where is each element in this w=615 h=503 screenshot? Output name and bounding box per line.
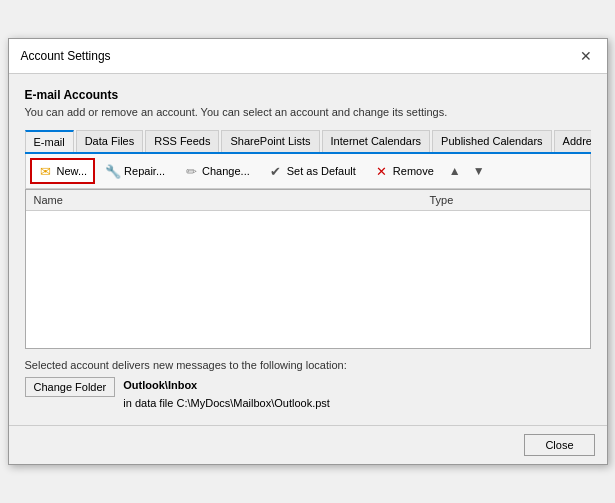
change-label: Change... [202, 165, 250, 177]
folder-name: Outlook\Inbox [123, 377, 330, 395]
remove-icon: ✕ [374, 163, 390, 179]
account-settings-dialog: Account Settings ✕ E-mail Accounts You c… [8, 38, 608, 464]
repair-icon: 🔧 [105, 163, 121, 179]
section-title: E-mail Accounts [25, 88, 591, 102]
tab-address-books[interactable]: Address Books [554, 130, 591, 152]
tab-email[interactable]: E-mail [25, 130, 74, 154]
folder-info: Outlook\Inbox in data file C:\MyDocs\Mai… [123, 377, 330, 412]
footer-row: Change Folder Outlook\Inbox in data file… [25, 377, 591, 412]
new-label: New... [57, 165, 88, 177]
tab-internet-calendars[interactable]: Internet Calendars [322, 130, 431, 152]
close-dialog-button[interactable]: Close [524, 434, 594, 456]
col-header-type: Type [426, 192, 586, 208]
title-bar: Account Settings ✕ [9, 39, 607, 74]
repair-label: Repair... [124, 165, 165, 177]
set-default-button[interactable]: ✔ Set as Default [260, 158, 364, 184]
change-icon: ✏ [183, 163, 199, 179]
section-desc: You can add or remove an account. You ca… [25, 106, 591, 118]
tab-published-calendars[interactable]: Published Calendars [432, 130, 552, 152]
col-header-name: Name [30, 192, 426, 208]
remove-label: Remove [393, 165, 434, 177]
dialog-footer: Close [9, 425, 607, 464]
change-button[interactable]: ✏ Change... [175, 158, 258, 184]
folder-path: in data file C:\MyDocs\Mailbox\Outlook.p… [123, 395, 330, 413]
list-header: Name Type [26, 190, 590, 211]
list-body[interactable] [26, 211, 590, 348]
repair-button[interactable]: 🔧 Repair... [97, 158, 173, 184]
account-toolbar: ✉ New... 🔧 Repair... ✏ Change... ✔ Set a… [25, 154, 591, 189]
move-up-button[interactable]: ▲ [444, 160, 466, 182]
tab-bar: E-mail Data Files RSS Feeds SharePoint L… [25, 130, 591, 154]
tab-rss-feeds[interactable]: RSS Feeds [145, 130, 219, 152]
change-folder-button[interactable]: Change Folder [25, 377, 116, 397]
footer-section: Selected account delivers new messages t… [25, 359, 591, 412]
dialog-content: E-mail Accounts You can add or remove an… [9, 74, 607, 424]
new-icon: ✉ [38, 163, 54, 179]
remove-button[interactable]: ✕ Remove [366, 158, 442, 184]
footer-desc: Selected account delivers new messages t… [25, 359, 591, 371]
set-default-label: Set as Default [287, 165, 356, 177]
new-account-button[interactable]: ✉ New... [30, 158, 96, 184]
dialog-title: Account Settings [21, 49, 111, 63]
check-icon: ✔ [268, 163, 284, 179]
tab-sharepoint[interactable]: SharePoint Lists [221, 130, 319, 152]
window-close-button[interactable]: ✕ [577, 47, 595, 65]
move-down-button[interactable]: ▼ [468, 160, 490, 182]
tab-data-files[interactable]: Data Files [76, 130, 144, 152]
accounts-list: Name Type [25, 189, 591, 349]
